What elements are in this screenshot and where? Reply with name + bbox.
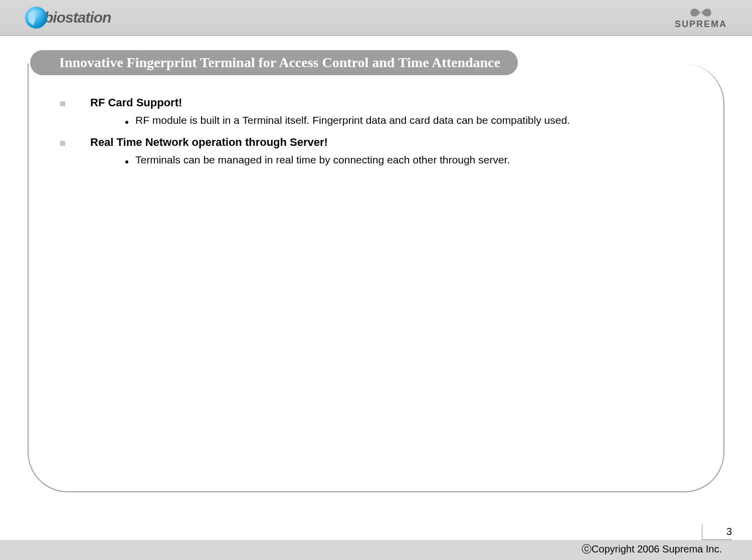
list-item: RF module is built in a Terminal itself.… — [125, 112, 702, 129]
fingerprint-swirl-icon — [25, 7, 47, 29]
section-body: Terminals can be managed in real time by… — [60, 152, 702, 168]
section-body: RF module is built in a Terminal itself.… — [60, 112, 702, 129]
copyright-text: ⓒCopyright 2006 Suprema Inc. — [582, 542, 722, 556]
slide-title: Innovative Fingerprint Terminal for Acce… — [45, 50, 518, 75]
section-head: RF Card Support! — [60, 96, 702, 109]
biostation-logo: biostation — [25, 7, 111, 29]
slide-title-text: Innovative Fingerprint Terminal for Acce… — [59, 55, 500, 71]
section-realtime-network: Real Time Network operation through Serv… — [60, 136, 702, 168]
square-bullet-icon — [60, 141, 65, 146]
slide-area: Innovative Fingerprint Terminal for Acce… — [0, 36, 752, 522]
list-item-text: Terminals can be managed in real time by… — [135, 152, 510, 168]
suprema-logo-text: SUPREMA — [675, 19, 727, 30]
list-item: Terminals can be managed in real time by… — [125, 152, 702, 168]
section-title: Real Time Network operation through Serv… — [90, 136, 328, 149]
header-bar: biostation SUPREMA — [0, 0, 752, 36]
section-title: RF Card Support! — [90, 96, 182, 109]
section-rf-card: RF Card Support! RF module is built in a… — [60, 96, 702, 129]
square-bullet-icon — [60, 101, 65, 106]
infinity-icon — [688, 6, 714, 19]
page-number: 3 — [702, 524, 732, 540]
suprema-logo: SUPREMA — [675, 6, 727, 30]
footer: 3 ⓒCopyright 2006 Suprema Inc. — [0, 522, 752, 560]
section-head: Real Time Network operation through Serv… — [60, 136, 702, 149]
dot-bullet-icon — [125, 160, 128, 163]
dot-bullet-icon — [125, 121, 128, 124]
biostation-logo-text: biostation — [44, 9, 111, 26]
content-list: RF Card Support! RF module is built in a… — [60, 96, 702, 175]
list-item-text: RF module is built in a Terminal itself.… — [135, 112, 570, 129]
